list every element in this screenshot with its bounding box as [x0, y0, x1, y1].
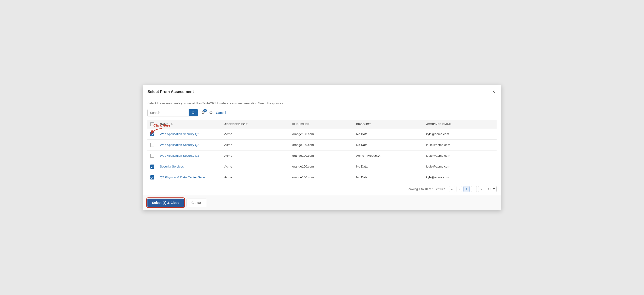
gear-icon: ⚙: [209, 110, 213, 115]
header-product: PRODUCT: [353, 120, 423, 129]
header-name: NAME ⇅: [157, 120, 222, 129]
row-checkbox[interactable]: [150, 165, 154, 169]
header-assignee-email: ASSIGNEE EMAIL: [423, 120, 496, 129]
pagination-info: Showing 1 to 10 of 10 entries: [406, 187, 445, 191]
per-page-select[interactable]: 10 25 50: [486, 186, 496, 192]
row-assignee-email: louie@acme.com: [423, 139, 496, 150]
filter-button[interactable]: ⚙ 0: [200, 109, 206, 116]
search-button[interactable]: [188, 109, 198, 116]
row-assessed-for: Acme: [222, 161, 290, 172]
row-checkbox-cell: [148, 161, 157, 172]
row-name-link[interactable]: Web Application Security Q2: [160, 132, 199, 136]
row-checkbox[interactable]: [150, 154, 154, 158]
next-page-button[interactable]: ›: [471, 186, 476, 192]
row-product: Acme - Product A: [353, 150, 423, 161]
assessment-table: NAME ⇅ ASSESSED FOR PUBLISHER PRODUCT AS…: [148, 120, 496, 183]
row-checkbox-cell: [148, 139, 157, 150]
footer-cancel-button[interactable]: Cancel: [186, 199, 206, 207]
row-checkbox-cell: [148, 172, 157, 183]
modal-title: Select From Assessment: [148, 90, 194, 94]
table-row: Q2 Physical & Data Center Secu...Acmeora…: [148, 172, 496, 183]
row-name-cell: Web Application Security Q2: [157, 139, 222, 150]
row-assessed-for: Acme: [222, 150, 290, 161]
row-assessed-for: Acme: [222, 139, 290, 150]
row-checkbox[interactable]: [150, 175, 154, 179]
row-name-link[interactable]: Web Application Security Q2: [160, 143, 199, 147]
prev-page-button[interactable]: ‹: [456, 186, 462, 192]
row-assignee-email: kyle@acme.com: [423, 129, 496, 139]
pagination-row: Showing 1 to 10 of 10 entries « ‹ 1 › » …: [143, 183, 501, 195]
toolbar: ⚙ 0 ⚙ Cancel: [143, 107, 501, 120]
close-button[interactable]: ×: [491, 89, 496, 95]
sort-icon[interactable]: ⇅: [170, 123, 172, 126]
search-icon: [191, 111, 195, 115]
row-name-link[interactable]: Security Services: [160, 165, 184, 168]
row-name-cell: Security Services: [157, 161, 222, 172]
modal-header: Select From Assessment ×: [143, 85, 501, 98]
table-wrapper: NAME ⇅ ASSESSED FOR PUBLISHER PRODUCT AS…: [143, 120, 501, 183]
row-assignee-email: louie@acme.com: [423, 161, 496, 172]
row-assignee-email: louie@acme.com: [423, 150, 496, 161]
header-checkbox-col: [148, 120, 157, 129]
row-assessed-for: Acme: [222, 172, 290, 183]
row-name-cell: Web Application Security Q2: [157, 150, 222, 161]
modal-subtitle: Select the assessments you would like Ce…: [143, 98, 501, 107]
row-checkbox-cell: [148, 150, 157, 161]
row-checkbox[interactable]: [150, 132, 154, 136]
row-product: No Data: [353, 172, 423, 183]
last-page-button[interactable]: »: [478, 186, 484, 192]
header-assessed-for: ASSESSED FOR: [222, 120, 290, 129]
select-all-checkbox[interactable]: [150, 122, 154, 126]
row-checkbox[interactable]: [150, 143, 154, 147]
table-header-row: NAME ⇅ ASSESSED FOR PUBLISHER PRODUCT AS…: [148, 120, 496, 129]
row-product: No Data: [353, 129, 423, 139]
settings-button[interactable]: ⚙: [208, 109, 214, 116]
table-row: Web Application Security Q2Acmeorange100…: [148, 150, 496, 161]
row-product: No Data: [353, 139, 423, 150]
modal-footer: Select (3) & Close Cancel: [143, 195, 501, 210]
first-page-button[interactable]: «: [449, 186, 455, 192]
table-row: Click Here Web Application Security Q2Ac…: [148, 129, 496, 139]
row-publisher: orange100.com: [290, 161, 354, 172]
row-publisher: orange100.com: [290, 129, 354, 139]
row-publisher: orange100.com: [290, 150, 354, 161]
header-publisher: PUBLISHER: [290, 120, 354, 129]
table-row: Security ServicesAcmeorange100.comNo Dat…: [148, 161, 496, 172]
filter-badge: 0: [203, 109, 207, 112]
row-name-link[interactable]: Web Application Security Q2: [160, 154, 199, 157]
select-close-button[interactable]: Select (3) & Close: [148, 199, 184, 207]
row-name-cell: Q2 Physical & Data Center Secu...: [157, 172, 222, 183]
row-assessed-for: Acme: [222, 129, 290, 139]
modal-dialog: Select From Assessment × Select the asse…: [142, 85, 502, 210]
search-input[interactable]: [148, 109, 188, 116]
row-name-link[interactable]: Q2 Physical & Data Center Secu...: [160, 176, 208, 179]
row-publisher: orange100.com: [290, 172, 354, 183]
table-row: Web Application Security Q2Acmeorange100…: [148, 139, 496, 150]
row-name-cell: Web Application Security Q2: [157, 129, 222, 139]
row-product: No Data: [353, 161, 423, 172]
page-1-button[interactable]: 1: [464, 186, 470, 192]
row-assignee-email: kyle@acme.com: [423, 172, 496, 183]
row-checkbox-cell: Click Here: [148, 129, 157, 139]
row-publisher: orange100.com: [290, 139, 354, 150]
toolbar-cancel-link[interactable]: Cancel: [216, 111, 226, 115]
search-wrapper: [148, 109, 198, 116]
